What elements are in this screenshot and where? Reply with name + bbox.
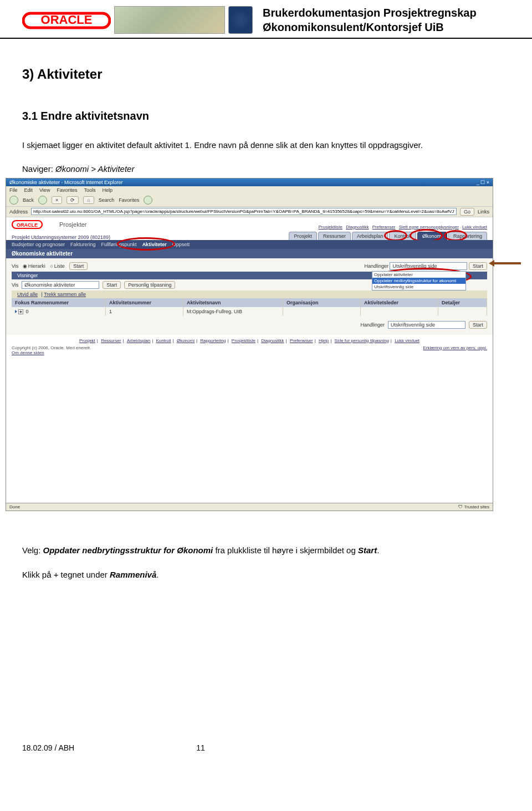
p2-end: . <box>377 545 379 555</box>
app-top-links: Prosjektliste Diagnostikk Preferanser Sl… <box>316 225 487 229</box>
header-title: Brukerdokumentasjon Prosjektregnskap Øko… <box>263 6 477 34</box>
flink-diagnostikk[interactable]: Diagnostikk <box>261 338 284 343</box>
start-button-1[interactable]: Start <box>69 262 88 270</box>
menu-view[interactable]: View <box>39 187 50 193</box>
tab-prosjekt[interactable]: Prosjekt <box>289 232 317 240</box>
menu-favorites[interactable]: Favorites <box>57 187 77 193</box>
tabs-row: Prosjekt Utdanningssystemer 2009 (802189… <box>6 232 493 240</box>
privacy-link[interactable]: Erklæring om vern av pers. oppl. <box>423 345 487 355</box>
flink-prosjekt[interactable]: Prosjekt <box>79 338 95 343</box>
toolbar-extra-icon[interactable] <box>144 196 152 205</box>
link-prosjektliste[interactable]: Prosjektliste <box>319 225 342 229</box>
p3-end: . <box>156 570 158 579</box>
instruction-2: Velg: Oppdater nedbrytingsstruktur for Ø… <box>22 544 510 557</box>
option-1[interactable]: Oppdater aktiviteter <box>372 272 466 278</box>
option-3[interactable]: Utskriftsvennlig side <box>372 284 466 290</box>
menu-help[interactable]: Help <box>102 187 112 193</box>
tab-arbeidsplan[interactable]: Arbeidsplan <box>352 232 388 240</box>
browser-titlebar: Økonomiske aktiviteter - Microsoft Inter… <box>6 178 493 186</box>
subtab-budsjetter[interactable]: Budsjetter og prognoser <box>12 242 65 247</box>
vis-select[interactable]: Økonomiske aktiviteter <box>22 281 99 289</box>
link-preferanser[interactable]: Preferanser <box>372 225 396 229</box>
forward-icon[interactable] <box>38 196 47 205</box>
home-button[interactable]: ⌂ <box>83 196 94 204</box>
flink-ressurser[interactable]: Ressurser <box>101 338 121 343</box>
bottom-handlinger-row: Handlinger Utskriftsvennlig side Start <box>12 319 487 330</box>
screenshot: Økonomiske aktiviteter - Microsoft Inter… <box>6 178 493 511</box>
start-button-4[interactable]: Start <box>469 321 487 329</box>
tab-okonomi[interactable]: Økonomi <box>417 232 447 240</box>
vis-label-2: Vis <box>12 282 18 288</box>
flink-kontroll[interactable]: Kontroll <box>156 338 171 343</box>
expand-icon[interactable] <box>18 309 23 314</box>
subtab-oppsett[interactable]: Oppsett <box>172 242 190 247</box>
tab-kontroll[interactable]: Kontroll <box>389 232 416 240</box>
instruction-3: Klikk på + tegnet under Rammenivå. <box>22 569 510 582</box>
subtab-fullforing[interactable]: Fullføringspunkt <box>101 242 137 247</box>
start-button-2[interactable]: Start <box>469 262 487 270</box>
p2-italic: Oppdater nedbrytingsstruktur for Økonomi <box>43 545 213 555</box>
menu-edit[interactable]: Edit <box>24 187 33 193</box>
main-tabs: Prosjekt Ressurser Arbeidsplan Kontroll … <box>289 232 487 240</box>
p2-bold: Start <box>358 545 377 555</box>
focus-icon[interactable] <box>15 310 17 313</box>
handlinger-select-2[interactable]: Utskriftsvennlig side <box>388 321 466 329</box>
link-lukk[interactable]: Lukk vinduet <box>462 225 487 229</box>
section-body: Vis ◉ Hierarki ○ Liste Start Handlinger … <box>6 258 493 335</box>
page-header: ORACLE Brukerdokumentasjon Prosjektregns… <box>0 0 532 39</box>
header-photo <box>114 6 225 34</box>
back-icon[interactable] <box>9 196 18 205</box>
refresh-button[interactable]: ⟳ <box>66 196 79 204</box>
menu-tools[interactable]: Tools <box>84 187 95 193</box>
footer-page-number: 11 <box>196 743 205 752</box>
tab-ressurser[interactable]: Ressurser <box>318 232 351 240</box>
address-input[interactable] <box>31 208 457 215</box>
window-title: Økonomiske aktiviteter - Microsoft Inter… <box>9 180 123 185</box>
menu-file[interactable]: File <box>9 187 18 193</box>
personlig-button[interactable]: Personlig tilpasning <box>124 281 175 289</box>
flink-hjelp[interactable]: Hjelp <box>319 338 329 343</box>
back-label[interactable]: Back <box>23 197 34 203</box>
flink-personlig[interactable]: Side for personlig tilpasning <box>335 338 389 343</box>
flink-okonomi[interactable]: Økonomi <box>177 338 195 343</box>
handlinger-select[interactable]: Utskriftsvennlig side <box>390 262 467 270</box>
stop-button[interactable]: × <box>52 196 62 204</box>
about-page-link[interactable]: Om denne siden <box>12 350 91 355</box>
flink-prosjektliste[interactable]: Prosjektliste <box>232 338 255 343</box>
blank-area <box>6 359 493 503</box>
flink-arbeidsplan[interactable]: Arbeidsplan <box>127 338 150 343</box>
subtab-aktiviteter[interactable]: Aktiviteter <box>142 242 167 247</box>
flink-lukk[interactable]: Lukk vinduet <box>395 338 420 343</box>
trekk-sammen-link[interactable]: Trekk sammen alle <box>44 292 86 297</box>
option-2[interactable]: Oppdater nedbrytingsstruktur for økonomi <box>372 278 466 284</box>
tab-rapportering[interactable]: Rapportering <box>448 232 487 240</box>
status-done: Done <box>9 504 20 509</box>
expand-collapse-bar: Utvid alle | Trekk sammen alle <box>12 290 487 298</box>
table-row[interactable]: 0 1 M:Oppdrags-Fullreg. UIB <box>12 307 487 316</box>
utvid-alle-link[interactable]: Utvid alle <box>17 292 38 297</box>
subsection-heading: 3.1 Endre aktivitetsnavn <box>22 110 510 123</box>
search-label[interactable]: Search <box>99 197 115 203</box>
handlinger-label: Handlinger <box>364 263 388 269</box>
radio-hierarki[interactable]: ◉ Hierarki <box>23 263 45 269</box>
page-footer: 18.02.09 / ABH 11 <box>0 738 532 769</box>
favorites-label[interactable]: Favorites <box>119 197 139 203</box>
start-button-3[interactable]: Start <box>103 281 121 289</box>
browser-menubar[interactable]: File Edit View Favorites Tools Help <box>6 186 493 194</box>
p3-prefix: Klikk på + tegnet under <box>22 570 110 579</box>
cell-organisasjon <box>283 307 361 316</box>
sub-tabs: Budsjetter og prognoser Fakturering Full… <box>6 240 493 249</box>
window-controls[interactable]: _ ☐ × <box>477 180 489 185</box>
radio-liste[interactable]: ○ Liste <box>50 263 64 269</box>
p3-bold: Rammenivå <box>110 570 156 579</box>
footer-date-author: 18.02.09 / ABH <box>22 743 74 752</box>
go-button[interactable]: Go <box>460 208 474 216</box>
flink-rapportering[interactable]: Rapportering <box>200 338 226 343</box>
links-label[interactable]: Links <box>478 209 489 215</box>
subtab-fakturering[interactable]: Fakturering <box>70 242 96 247</box>
footer-links: Prosjekt| Ressurser| Arbeidsplan| Kontro… <box>12 338 487 343</box>
link-diagnostikk[interactable]: Diagnostikk <box>346 225 369 229</box>
flink-preferanser[interactable]: Preferanser <box>290 338 313 343</box>
app-header: ORACLE Prosjekter Prosjektliste Diagnost… <box>6 217 493 232</box>
link-slett[interactable]: Slett egne personopplysninger <box>399 225 459 229</box>
